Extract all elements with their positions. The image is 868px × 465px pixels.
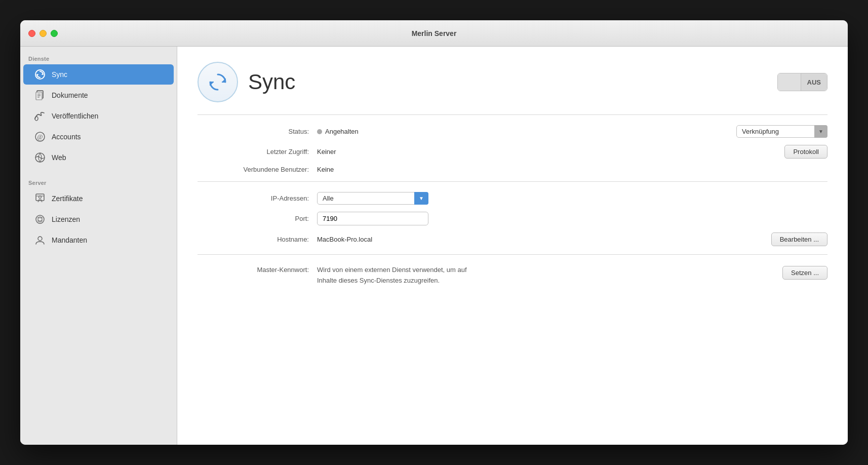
master-section: Master-Kennwort: Wird von einem externen… xyxy=(198,265,827,286)
window-title: Merlin Server xyxy=(412,29,457,37)
verbundene-benutzer-value: Keine xyxy=(317,166,708,173)
sidebar-item-dokumente-label: Dokumente xyxy=(52,91,88,99)
titlebar: Merlin Server xyxy=(20,20,848,47)
hostname-label: Hostname: xyxy=(198,236,309,243)
master-kennwort-label: Master-Kennwort: xyxy=(198,265,309,274)
network-grid: IP-Adressen: Alle ▼ Port: xyxy=(198,192,827,246)
web-icon xyxy=(33,151,47,164)
svg-rect-6 xyxy=(37,94,41,95)
sidebar-item-sync-label: Sync xyxy=(52,70,67,79)
sidebar: Dienste Sync xyxy=(20,47,177,445)
application-window: Merlin Server Dienste Sync xyxy=(20,20,848,445)
verknuepfung-select[interactable]: Verknüpfung xyxy=(736,125,827,138)
ip-dropdown-container: Alle ▼ xyxy=(317,192,708,205)
svg-text:@: @ xyxy=(37,133,43,140)
mandanten-icon xyxy=(33,234,47,247)
svg-point-16 xyxy=(36,215,44,223)
lizenzen-icon xyxy=(33,213,47,226)
protokoll-container: Protokoll xyxy=(716,145,827,159)
accounts-icon: @ xyxy=(33,130,47,143)
main-content: Dienste Sync xyxy=(20,47,848,445)
master-kennwort-text: Wird von einem externen Dienst verwendet… xyxy=(317,265,708,286)
toggle-track[interactable] xyxy=(778,73,801,91)
sidebar-section-server: Server xyxy=(20,176,177,188)
svg-point-18 xyxy=(38,237,42,241)
service-toggle[interactable]: AUS xyxy=(777,73,827,91)
sidebar-item-dokumente[interactable]: Dokumente xyxy=(23,85,174,105)
bearbeiten-container: Bearbeiten ... xyxy=(716,232,827,246)
verknuepfung-dropdown-wrapper[interactable]: Verknüpfung ▼ xyxy=(736,125,827,138)
veroeffentlichen-icon xyxy=(33,109,47,123)
sidebar-item-mandanten[interactable]: Mandanten xyxy=(23,230,174,250)
verbundene-benutzer-label: Verbundene Benutzer: xyxy=(198,166,309,173)
status-grid: Status: Angehalten Verknüpfung ▼ xyxy=(198,125,827,173)
ip-dropdown-wrapper[interactable]: Alle ▼ xyxy=(317,192,428,205)
port-input-container xyxy=(317,212,708,225)
port-input[interactable] xyxy=(317,212,428,225)
sidebar-item-web[interactable]: Web xyxy=(23,147,174,168)
zertifikate-icon xyxy=(33,192,47,205)
hostname-value: MacBook-Pro.local xyxy=(317,236,708,243)
master-text-line1: Wird von einem externen Dienst verwendet… xyxy=(317,266,467,274)
ip-adressen-select[interactable]: Alle xyxy=(317,192,428,205)
sidebar-item-lizenzen[interactable]: Lizenzen xyxy=(23,209,174,229)
sidebar-item-zertifikate-label: Zertifikate xyxy=(52,195,83,203)
sidebar-item-zertifikate[interactable]: Zertifikate xyxy=(23,188,174,209)
detail-title: Sync xyxy=(248,70,295,94)
ip-adressen-label: IP-Adressen: xyxy=(198,195,309,202)
status-text: Angehalten xyxy=(325,128,359,135)
network-section: IP-Adressen: Alle ▼ Port: xyxy=(198,192,827,246)
sidebar-item-veroeffentlichen[interactable]: Veröffentlichen xyxy=(23,106,174,126)
status-indicator xyxy=(317,129,322,134)
master-text-line2: Inhalte dieses Sync-Dienstes zuzugreifen… xyxy=(317,277,440,284)
sidebar-item-mandanten-label: Mandanten xyxy=(52,236,87,244)
sidebar-item-accounts[interactable]: @ Accounts xyxy=(23,127,174,147)
master-grid: Master-Kennwort: Wird von einem externen… xyxy=(198,265,827,286)
sidebar-item-lizenzen-label: Lizenzen xyxy=(52,215,80,223)
separator-2 xyxy=(198,181,827,182)
separator-1 xyxy=(198,114,827,115)
minimize-button[interactable] xyxy=(40,30,47,37)
dokumente-icon xyxy=(33,89,47,102)
setzen-container: Setzen ... xyxy=(716,265,827,280)
letzter-zugriff-label: Letzter Zugriff: xyxy=(198,148,309,156)
sidebar-item-accounts-label: Accounts xyxy=(52,133,81,141)
status-label: Status: xyxy=(198,128,309,135)
close-button[interactable] xyxy=(28,30,35,37)
sidebar-item-veroeffentlichen-label: Veröffentlichen xyxy=(52,112,98,120)
sync-icon xyxy=(33,68,47,81)
svg-rect-7 xyxy=(37,95,41,96)
sidebar-section-dienste: Dienste xyxy=(20,52,177,64)
port-label: Port: xyxy=(198,215,309,222)
separator-3 xyxy=(198,254,827,255)
traffic-lights xyxy=(28,30,58,37)
setzen-button[interactable]: Setzen ... xyxy=(782,266,827,280)
toggle-off-label: AUS xyxy=(801,73,827,91)
detail-header: Sync AUS xyxy=(198,62,827,102)
svg-rect-8 xyxy=(37,97,40,98)
bearbeiten-button[interactable]: Bearbeiten ... xyxy=(771,232,827,246)
svg-point-17 xyxy=(38,217,42,222)
letzter-zugriff-value: Keiner xyxy=(317,148,708,156)
protokoll-button[interactable]: Protokoll xyxy=(784,145,827,159)
detail-pane: Sync AUS Status: Angehalten xyxy=(177,47,848,445)
verknuepfung-container: Verknüpfung ▼ xyxy=(716,125,827,138)
status-section: Status: Angehalten Verknüpfung ▼ xyxy=(198,125,827,173)
sidebar-item-sync[interactable]: Sync xyxy=(23,64,174,85)
status-value: Angehalten xyxy=(317,128,708,135)
maximize-button[interactable] xyxy=(51,30,58,37)
sync-service-icon xyxy=(198,62,238,102)
sidebar-item-web-label: Web xyxy=(52,153,66,162)
